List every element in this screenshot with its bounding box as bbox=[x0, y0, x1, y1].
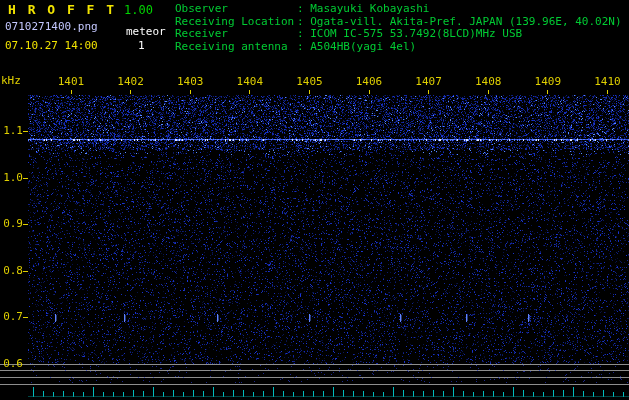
app-title: H R O F F T bbox=[8, 2, 116, 17]
freq-tick-label: 0.8 bbox=[0, 264, 23, 277]
meteor-counter-value: 1 bbox=[138, 39, 145, 52]
freq-tick-label: 1.0 bbox=[0, 171, 23, 184]
time-tick-label: 1406 bbox=[356, 75, 383, 88]
station-info-label: Receiver bbox=[175, 28, 297, 41]
time-tick-label: 1410 bbox=[594, 75, 621, 88]
capture-timestamp: 07.10.27 14:00 bbox=[5, 39, 98, 52]
time-tick-label: 1402 bbox=[117, 75, 144, 88]
time-tick-label: 1408 bbox=[475, 75, 502, 88]
app-version: 1.00 bbox=[124, 3, 153, 17]
station-info-row: Receiving antenna: A504HB(yagi 4el) bbox=[175, 41, 622, 54]
time-tick-label: 1405 bbox=[296, 75, 323, 88]
station-info-label: Receiving antenna bbox=[175, 41, 297, 54]
time-tick-label: 1401 bbox=[58, 75, 85, 88]
time-tick-label: 1409 bbox=[535, 75, 562, 88]
station-info-label: Observer bbox=[175, 3, 297, 16]
freq-tick-label: 0.7 bbox=[0, 310, 23, 323]
hrofft-window: H R O F F T 1.00 0710271400.png 07.10.27… bbox=[0, 0, 629, 400]
freq-tick-label: 0.6 bbox=[0, 357, 23, 370]
station-info-value: : Ogata-vill. Akita-Pref. JAPAN (139.96E… bbox=[297, 15, 622, 28]
spectrogram-canvas bbox=[0, 0, 629, 400]
meteor-counter-label: meteor bbox=[126, 25, 166, 38]
freq-tick-label: 0.9 bbox=[0, 217, 23, 230]
station-info-block: Observer: Masayuki KobayashiReceiving Lo… bbox=[175, 3, 622, 53]
time-tick-label: 1403 bbox=[177, 75, 204, 88]
time-tick-label: 1404 bbox=[237, 75, 264, 88]
y-axis-unit-label: kHz bbox=[1, 74, 21, 87]
station-info-value: : ICOM IC-575 53.7492(8LCD)MHz USB bbox=[297, 27, 522, 40]
output-filename: 0710271400.png bbox=[5, 20, 98, 33]
station-info-value: : Masayuki Kobayashi bbox=[297, 2, 429, 15]
time-tick-label: 1407 bbox=[415, 75, 442, 88]
freq-tick-label: 1.1 bbox=[0, 124, 23, 137]
station-info-value: : A504HB(yagi 4el) bbox=[297, 40, 416, 53]
